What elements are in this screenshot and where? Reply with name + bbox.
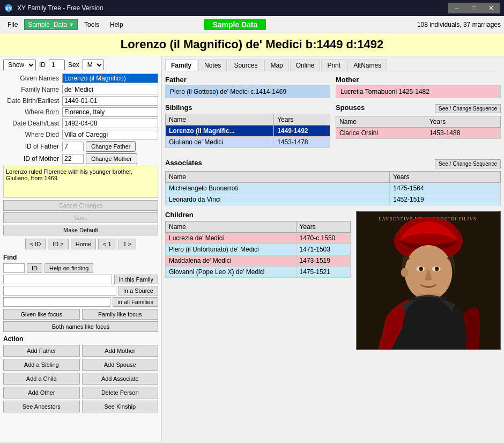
find-id-input[interactable] bbox=[3, 263, 25, 273]
add-father-button[interactable]: Add Father bbox=[3, 345, 80, 357]
tab-notes[interactable]: Notes bbox=[198, 60, 227, 71]
sex-label: Sex bbox=[68, 61, 79, 69]
portrait-image: LAVRENTIVS MEDICES PETRI FILIVS. bbox=[356, 211, 501, 350]
where-born-label: Where Born bbox=[3, 108, 62, 116]
tab-altnames[interactable]: AltNames bbox=[347, 60, 387, 71]
close-button[interactable]: ✕ bbox=[483, 3, 500, 13]
add-child-button[interactable]: Add a Child bbox=[3, 373, 80, 385]
date-birth-input[interactable] bbox=[62, 96, 158, 106]
nav-home-button[interactable]: Home bbox=[71, 239, 96, 249]
find-id-button[interactable]: ID bbox=[27, 263, 42, 273]
see-kinship-button[interactable]: See Kinship bbox=[82, 401, 159, 412]
id-father-label: ID of Father bbox=[3, 143, 62, 150]
menu-file[interactable]: File bbox=[3, 19, 22, 30]
tab-map[interactable]: Map bbox=[264, 60, 288, 71]
svg-point-14 bbox=[436, 268, 438, 269]
id-input[interactable] bbox=[49, 60, 65, 70]
nav-next-id-button[interactable]: ID > bbox=[48, 239, 68, 249]
both-names-button[interactable]: Both names like focus bbox=[3, 321, 158, 332]
siblings-table: Name Years Lorenzo (il Magnific...1449-1… bbox=[165, 114, 330, 148]
in-this-family-button[interactable]: in this Family bbox=[114, 275, 158, 284]
family-name-input[interactable] bbox=[62, 85, 158, 94]
left-panel: Show ID Sex M F Given Names Family Name bbox=[0, 56, 162, 441]
add-sibling-button[interactable]: Add a Sibling bbox=[3, 359, 80, 371]
nav-next-button[interactable]: 1 > bbox=[118, 239, 137, 249]
children-years-header: Years bbox=[296, 222, 350, 233]
change-father-button[interactable]: Change Father bbox=[86, 141, 136, 152]
children-name-header: Name bbox=[166, 222, 297, 233]
individuals-count: 108 individuals, 37 marriages bbox=[417, 21, 501, 28]
see-change-spouses-button[interactable]: See / Change Sequence bbox=[435, 104, 501, 113]
id-father-input[interactable] bbox=[62, 142, 84, 151]
where-born-input[interactable] bbox=[62, 107, 158, 117]
delete-person-button[interactable]: Delete Person bbox=[82, 387, 159, 398]
svg-point-15 bbox=[401, 268, 409, 277]
siblings-years-header: Years bbox=[274, 114, 330, 125]
find-all-input[interactable] bbox=[3, 297, 110, 307]
date-death-label: Date Death/Last bbox=[3, 120, 62, 127]
father-box[interactable]: Piero (il Gottoso) de' Medici c.1414-146… bbox=[165, 85, 330, 98]
nav-prev-id-button[interactable]: < ID bbox=[25, 239, 46, 249]
siblings-name-header: Name bbox=[166, 114, 274, 125]
siblings-row[interactable]: Giuliano de' Medici1453-1478 bbox=[166, 137, 330, 148]
family-like-focus-button[interactable]: Family like focus bbox=[82, 309, 159, 320]
children-row[interactable]: Maddalena de' Medici1473-1519 bbox=[166, 255, 351, 267]
id-mother-input[interactable] bbox=[62, 154, 84, 164]
spouses-label: Spouses bbox=[336, 104, 365, 112]
add-mother-button[interactable]: Add Mother bbox=[82, 345, 159, 357]
action-label: Action bbox=[3, 335, 158, 343]
save-button[interactable]: Save bbox=[3, 212, 158, 223]
cancel-changes-button[interactable]: Cancel Changes bbox=[3, 200, 158, 211]
spouses-table: Name Years Clarice Orsini1453-1488 bbox=[336, 116, 501, 139]
svg-text:XY: XY bbox=[5, 6, 12, 11]
tab-sources[interactable]: Sources bbox=[228, 60, 263, 71]
find-source-input[interactable] bbox=[3, 286, 116, 296]
find-family-input[interactable] bbox=[3, 275, 112, 284]
note-box: Lorenzo ruled Florence with his younger … bbox=[3, 166, 158, 198]
app-icon: XY bbox=[4, 4, 13, 12]
in-a-source-button[interactable]: in a Source bbox=[118, 286, 158, 296]
tab-print[interactable]: Print bbox=[321, 60, 346, 71]
children-row[interactable]: Piero (il Unfortunato) de' Medici1471-15… bbox=[166, 244, 351, 255]
right-panel: Family Notes Sources Map Online Print Al… bbox=[162, 56, 504, 441]
find-label: Find bbox=[3, 254, 158, 261]
in-all-families-button[interactable]: in all Families bbox=[113, 297, 158, 307]
help-finding-button[interactable]: Help on finding bbox=[45, 263, 93, 273]
nav-prev-button[interactable]: < 1 bbox=[98, 239, 116, 249]
make-default-button[interactable]: Make Default bbox=[3, 225, 158, 235]
children-row[interactable]: Lucrezia de' Medici1470-c.1550 bbox=[166, 233, 351, 244]
siblings-label: Siblings bbox=[165, 104, 330, 112]
associates-row[interactable]: Leonardo da Vinci1452-1519 bbox=[166, 194, 501, 205]
maximize-button[interactable]: □ bbox=[465, 3, 483, 13]
children-row[interactable]: Giovanni (Pope Leo X) de' Medici1475-152… bbox=[166, 267, 351, 278]
given-like-focus-button[interactable]: Given like focus bbox=[3, 309, 80, 320]
tab-online[interactable]: Online bbox=[290, 60, 321, 71]
see-change-associates-button[interactable]: See / Change Sequence bbox=[435, 159, 501, 168]
sample-data-badge: Sample Data bbox=[204, 19, 266, 30]
add-associate-button[interactable]: Add Associate bbox=[82, 373, 159, 385]
mother-box[interactable]: Lucretia Tornabuoni 1425-1482 bbox=[336, 85, 501, 98]
add-spouse-button[interactable]: Add Spouse bbox=[82, 359, 159, 371]
given-names-input[interactable] bbox=[62, 73, 158, 83]
date-death-input[interactable] bbox=[62, 119, 158, 128]
menu-help[interactable]: Help bbox=[106, 19, 128, 30]
add-other-button[interactable]: Add Other bbox=[3, 387, 80, 398]
given-names-label: Given Names bbox=[3, 75, 62, 82]
minimize-button[interactable]: – bbox=[448, 3, 465, 13]
siblings-row[interactable]: Lorenzo (il Magnific...1449-1492 bbox=[166, 125, 330, 137]
where-died-label: Where Died bbox=[3, 131, 62, 138]
associates-name-header: Name bbox=[166, 172, 390, 183]
menu-tools[interactable]: Tools bbox=[80, 19, 103, 30]
associates-years-header: Years bbox=[390, 172, 501, 183]
family-content: Father Piero (il Gottoso) de' Medici c.1… bbox=[165, 76, 501, 350]
spouses-row[interactable]: Clarice Orsini1453-1488 bbox=[336, 128, 501, 139]
tab-family[interactable]: Family bbox=[165, 60, 197, 71]
where-died-input[interactable] bbox=[62, 130, 158, 139]
sex-select[interactable]: M F bbox=[83, 60, 104, 70]
tabs-bar: Family Notes Sources Map Online Print Al… bbox=[165, 60, 501, 71]
see-ancestors-button[interactable]: See Ancestors bbox=[3, 401, 80, 412]
associates-row[interactable]: Michelangelo Buonarroti1475-1564 bbox=[166, 183, 501, 194]
database-dropdown[interactable]: Sample_Data ▼ bbox=[24, 19, 78, 30]
change-mother-button[interactable]: Change Mother bbox=[86, 153, 137, 164]
show-select[interactable]: Show bbox=[3, 60, 36, 70]
